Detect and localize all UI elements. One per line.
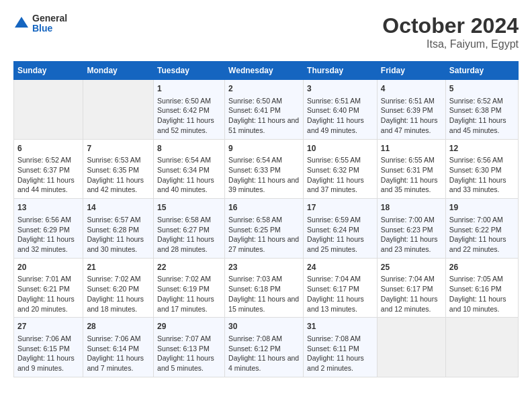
calendar-cell: 7Sunrise: 6:53 AMSunset: 6:35 PMDaylight… [83,139,154,199]
day-number: 23 [228,262,300,273]
calendar-cell: 21Sunrise: 7:02 AMSunset: 6:20 PMDayligh… [83,258,154,318]
page-header: General Blue October 2024 Itsa, Faiyum, … [13,13,519,50]
calendar-cell: 31Sunrise: 7:08 AMSunset: 6:11 PMDayligh… [304,318,378,377]
logo: General Blue [13,13,67,34]
cell-info: Sunset: 6:12 PM [228,344,300,354]
calendar-cell: 22Sunrise: 7:02 AMSunset: 6:19 PMDayligh… [154,258,225,318]
logo-general-text: General [32,13,67,24]
day-number: 4 [381,83,442,95]
logo-blue-text: Blue [32,24,67,34]
cell-info: Daylight: 11 hours and 35 minutes. [381,175,442,195]
calendar-cell: 26Sunrise: 7:05 AMSunset: 6:16 PMDayligh… [445,258,518,318]
cell-info: Sunset: 6:22 PM [449,225,515,235]
calendar-cell: 29Sunrise: 7:07 AMSunset: 6:13 PMDayligh… [154,318,225,377]
cell-info: Daylight: 11 hours and 2 minutes. [307,353,373,373]
day-number: 20 [17,262,79,273]
cell-info: Daylight: 11 hours and 13 minutes. [307,294,373,314]
cell-info: Daylight: 11 hours and 32 minutes. [17,234,79,254]
day-number: 3 [307,83,373,95]
calendar-cell: 2Sunrise: 6:50 AMSunset: 6:41 PMDaylight… [225,80,304,140]
calendar-cell: 19Sunrise: 7:00 AMSunset: 6:22 PMDayligh… [445,199,518,259]
cell-info: Sunrise: 6:54 AM [228,155,300,165]
calendar-cell: 28Sunrise: 7:06 AMSunset: 6:14 PMDayligh… [83,318,154,377]
header-cell-wednesday: Wednesday [225,62,304,80]
cell-info: Sunset: 6:11 PM [307,344,373,354]
cell-info: Sunrise: 7:06 AM [87,334,150,344]
cell-info: Daylight: 11 hours and 28 minutes. [157,234,221,254]
cell-info: Daylight: 11 hours and 39 minutes. [228,175,300,195]
calendar-cell: 5Sunrise: 6:52 AMSunset: 6:38 PMDaylight… [445,80,518,140]
cell-info: Sunset: 6:42 PM [157,105,221,116]
cell-info: Sunset: 6:32 PM [307,165,373,175]
calendar-cell: 12Sunrise: 6:56 AMSunset: 6:30 PMDayligh… [445,139,518,199]
cell-info: Sunset: 6:24 PM [307,225,373,235]
cell-info: Daylight: 11 hours and 9 minutes. [17,353,79,373]
calendar-cell: 8Sunrise: 6:54 AMSunset: 6:34 PMDaylight… [154,139,225,199]
cell-info: Sunrise: 7:04 AM [307,274,373,284]
cell-info: Sunrise: 7:06 AM [17,334,79,344]
cell-info: Sunrise: 6:59 AM [307,215,373,225]
calendar-cell: 25Sunrise: 7:04 AMSunset: 6:17 PMDayligh… [377,258,445,318]
cell-info: Sunset: 6:17 PM [381,284,442,294]
cell-info: Sunrise: 6:56 AM [17,215,79,225]
cell-info: Sunset: 6:40 PM [307,105,373,116]
cell-info: Daylight: 11 hours and 37 minutes. [307,175,373,195]
cell-info: Sunrise: 6:53 AM [87,155,150,165]
cell-info: Daylight: 11 hours and 51 minutes. [228,116,300,135]
cell-info: Sunrise: 6:55 AM [307,155,373,165]
header-cell-saturday: Saturday [445,62,518,80]
header-cell-thursday: Thursday [304,62,378,80]
day-number: 19 [449,202,515,214]
calendar-cell: 14Sunrise: 6:57 AMSunset: 6:28 PMDayligh… [83,199,154,259]
cell-info: Sunrise: 6:54 AM [157,155,221,165]
day-number: 12 [449,143,515,154]
cell-info: Sunset: 6:23 PM [381,225,442,235]
day-number: 26 [449,262,515,273]
calendar-cell: 4Sunrise: 6:51 AMSunset: 6:39 PMDaylight… [377,80,445,140]
cell-info: Sunset: 6:25 PM [228,225,300,235]
header-cell-tuesday: Tuesday [154,62,225,80]
cell-info: Sunrise: 7:00 AM [381,215,442,225]
cell-info: Sunset: 6:38 PM [449,105,515,116]
cell-info: Sunrise: 7:01 AM [17,274,79,284]
cell-info: Sunrise: 6:52 AM [449,96,515,106]
cell-info: Daylight: 11 hours and 15 minutes. [228,294,300,314]
day-number: 17 [307,202,373,214]
cell-info: Sunset: 6:31 PM [381,165,442,175]
calendar-cell [445,318,518,377]
day-number: 15 [157,202,221,214]
cell-info: Sunrise: 7:02 AM [87,274,150,284]
day-number: 1 [157,83,221,95]
day-number: 6 [17,143,79,154]
cell-info: Sunrise: 6:50 AM [157,96,221,106]
cell-info: Daylight: 11 hours and 52 minutes. [157,116,221,135]
day-number: 5 [449,83,515,95]
cell-info: Sunset: 6:19 PM [157,284,221,294]
day-number: 14 [87,202,150,214]
calendar-cell: 17Sunrise: 6:59 AMSunset: 6:24 PMDayligh… [304,199,378,259]
day-number: 25 [381,262,442,273]
week-row: 6Sunrise: 6:52 AMSunset: 6:37 PMDaylight… [14,139,519,199]
cell-info: Daylight: 11 hours and 10 minutes. [449,294,515,314]
cell-info: Sunset: 6:15 PM [17,344,79,354]
header-cell-monday: Monday [83,62,154,80]
cell-info: Sunset: 6:18 PM [228,284,300,294]
calendar-body: 1Sunrise: 6:50 AMSunset: 6:42 PMDaylight… [14,80,519,377]
cell-info: Daylight: 11 hours and 47 minutes. [381,116,442,135]
calendar-cell: 23Sunrise: 7:03 AMSunset: 6:18 PMDayligh… [225,258,304,318]
cell-info: Daylight: 11 hours and 18 minutes. [87,294,150,314]
calendar-cell: 16Sunrise: 6:58 AMSunset: 6:25 PMDayligh… [225,199,304,259]
cell-info: Sunset: 6:28 PM [87,225,150,235]
day-number: 30 [228,321,300,332]
day-number: 2 [228,83,300,95]
calendar-cell: 1Sunrise: 6:50 AMSunset: 6:42 PMDaylight… [154,80,225,140]
cell-info: Daylight: 11 hours and 44 minutes. [17,175,79,195]
day-number: 24 [307,262,373,273]
main-title: October 2024 [382,13,519,38]
cell-info: Daylight: 11 hours and 7 minutes. [87,353,150,373]
header-row: SundayMondayTuesdayWednesdayThursdayFrid… [14,62,519,80]
cell-info: Sunrise: 6:52 AM [17,155,79,165]
cell-info: Daylight: 11 hours and 17 minutes. [157,294,221,314]
cell-info: Sunrise: 7:02 AM [157,274,221,284]
day-number: 10 [307,143,373,154]
